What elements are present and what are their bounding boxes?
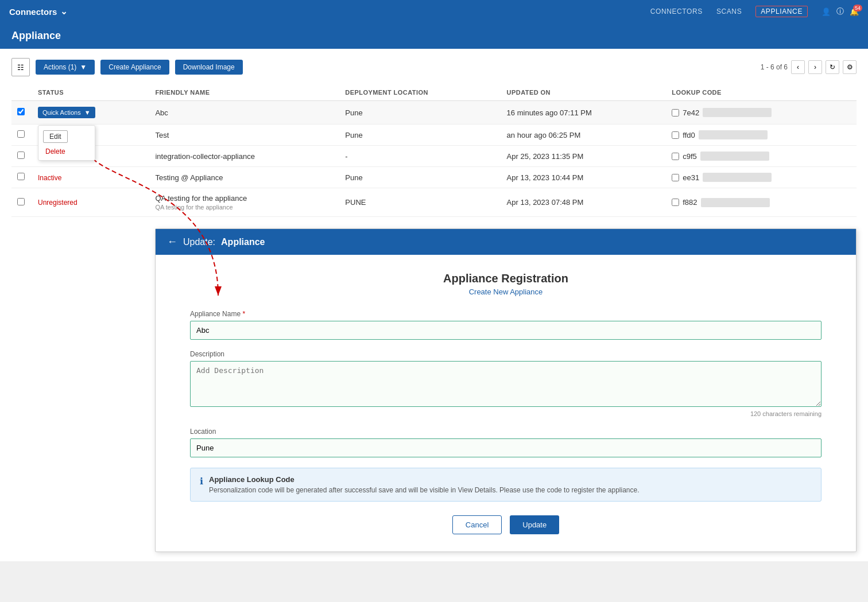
col-lookup: LOOKUP CODE bbox=[666, 84, 857, 101]
actions-button[interactable]: Actions (1) ▼ bbox=[36, 60, 95, 75]
download-label: Download Image bbox=[183, 63, 235, 71]
form-subtitle: Create New Appliance bbox=[190, 288, 822, 296]
header-prefix: Update: bbox=[183, 237, 215, 247]
name-label: Appliance Name * bbox=[190, 310, 822, 318]
quick-actions-dropdown: Edit Delete bbox=[38, 125, 95, 161]
lookup-check-3[interactable] bbox=[672, 153, 679, 160]
content-area: ☷ Actions (1) ▼ Create Appliance Downloa… bbox=[0, 49, 868, 561]
toolbar: ☷ Actions (1) ▼ Create Appliance Downloa… bbox=[11, 58, 857, 76]
top-nav: Connectors ⌄ CONNECTORS SCANS APPLIANCE … bbox=[0, 0, 868, 23]
update-panel-body: Appliance Registration Create New Applia… bbox=[156, 255, 856, 551]
info-box: ℹ Appliance Lookup Code Personalization … bbox=[190, 468, 822, 502]
info-title: Appliance Lookup Code bbox=[209, 475, 640, 484]
brand-chevron: ⌄ bbox=[60, 6, 68, 17]
location-label: Location bbox=[190, 428, 822, 436]
user-icon[interactable]: 👤 bbox=[822, 7, 831, 16]
deployment-2: Pune bbox=[339, 125, 501, 146]
refresh-button[interactable]: ↻ bbox=[826, 60, 839, 74]
nav-appliance[interactable]: APPLIANCE bbox=[755, 6, 808, 17]
row-checkbox-5[interactable] bbox=[17, 198, 25, 205]
brand: Connectors ⌄ bbox=[9, 6, 68, 17]
header-title: Appliance bbox=[221, 237, 265, 247]
friendly-name-5: QA testing for the appliance QA testing … bbox=[149, 188, 339, 217]
lookup-check-5[interactable] bbox=[672, 199, 679, 206]
table-row: Inactive Testing @ Appliance Pune Apr 13… bbox=[11, 167, 857, 188]
appliance-table: STATUS FRIENDLY NAME DEPLOYMENT LOCATION… bbox=[11, 84, 857, 217]
deployment-3: - bbox=[339, 146, 501, 167]
form-actions: Cancel Update bbox=[190, 515, 822, 534]
update-panel-header: ← Update: Appliance bbox=[156, 229, 856, 255]
quick-actions-label: Quick Actions bbox=[42, 109, 81, 116]
appliance-name-input[interactable] bbox=[190, 321, 822, 340]
lookup-2: ffd0 bbox=[666, 125, 857, 146]
update-button[interactable]: Update bbox=[510, 515, 559, 534]
description-group: Description 120 characters remaining bbox=[190, 350, 822, 417]
row-checkbox-4[interactable] bbox=[17, 173, 25, 180]
lookup-4: ee31 bbox=[666, 167, 857, 188]
page-header: Appliance bbox=[0, 23, 868, 49]
quick-actions-chevron: ▼ bbox=[84, 109, 91, 116]
row-checkbox-3[interactable] bbox=[17, 152, 25, 159]
table-row: Unregistered QA testing for the applianc… bbox=[11, 188, 857, 217]
status-inactive: Inactive bbox=[38, 174, 61, 182]
lookup-check-4[interactable] bbox=[672, 174, 679, 181]
updated-2: an hour ago 06:25 PM bbox=[501, 125, 666, 146]
friendly-name-4: Testing @ Appliance bbox=[149, 167, 339, 188]
deployment-5: PUNE bbox=[339, 188, 501, 217]
info-text: Personalization code will be generated a… bbox=[209, 486, 640, 494]
select-all-button[interactable]: ☷ bbox=[11, 58, 30, 76]
friendly-name-2: Test bbox=[149, 125, 339, 146]
settings-button[interactable]: ⚙ bbox=[843, 60, 857, 74]
col-checkbox bbox=[11, 84, 32, 101]
location-input[interactable] bbox=[190, 438, 822, 457]
update-panel: ← Update: Appliance Appliance Registrati… bbox=[155, 228, 857, 552]
download-image-button[interactable]: Download Image bbox=[175, 60, 243, 75]
friendly-name-3: integration-collector-appliance bbox=[149, 146, 339, 167]
pagination-next[interactable]: › bbox=[808, 60, 822, 74]
description-textarea[interactable] bbox=[190, 361, 822, 407]
nav-connectors[interactable]: CONNECTORS bbox=[650, 7, 703, 15]
pagination-prev[interactable]: ‹ bbox=[791, 60, 805, 74]
actions-label: Actions (1) bbox=[44, 63, 76, 71]
create-label: Create Appliance bbox=[108, 63, 161, 71]
updated-3: Apr 25, 2023 11:35 PM bbox=[501, 146, 666, 167]
actions-chevron: ▼ bbox=[80, 63, 87, 71]
lookup-3: c9f5 bbox=[666, 146, 857, 167]
pagination-info: 1 - 6 of 6 ‹ › ↻ ⚙ bbox=[761, 60, 857, 74]
pagination-text: 1 - 6 of 6 bbox=[761, 63, 788, 71]
char-remaining: 120 characters remaining bbox=[190, 410, 822, 417]
back-arrow-icon[interactable]: ← bbox=[167, 236, 177, 248]
brand-label: Connectors bbox=[9, 7, 57, 17]
delete-button[interactable]: Delete bbox=[38, 145, 95, 158]
row-checkbox-2[interactable] bbox=[17, 130, 25, 138]
lookup-5: f882 bbox=[666, 188, 857, 217]
lookup-check-2[interactable] bbox=[672, 131, 679, 139]
col-friendly-name: FRIENDLY NAME bbox=[149, 84, 339, 101]
help-icon[interactable]: ⓘ bbox=[836, 6, 844, 17]
deployment-1: Pune bbox=[339, 101, 501, 125]
info-icon: ℹ bbox=[200, 476, 203, 487]
table-row: Test Pune an hour ago 06:25 PM ffd0 bbox=[11, 125, 857, 146]
lookup-check-1[interactable] bbox=[672, 109, 679, 116]
updated-4: Apr 13, 2023 10:44 PM bbox=[501, 167, 666, 188]
notifications-icon[interactable]: 🔔 54 bbox=[850, 7, 859, 16]
cancel-button[interactable]: Cancel bbox=[452, 515, 502, 534]
top-nav-icons: 👤 ⓘ 🔔 54 bbox=[822, 6, 859, 17]
col-status: STATUS bbox=[32, 84, 149, 101]
col-deployment: DEPLOYMENT LOCATION bbox=[339, 84, 501, 101]
nav-links: CONNECTORS SCANS APPLIANCE bbox=[650, 6, 808, 17]
appliance-name-group: Appliance Name * bbox=[190, 310, 822, 340]
row-checkbox-1[interactable] bbox=[17, 108, 25, 115]
edit-button[interactable]: Edit bbox=[43, 130, 68, 143]
lookup-1: 7e42 bbox=[666, 101, 857, 125]
quick-actions-button[interactable]: Quick Actions ▼ bbox=[38, 107, 95, 118]
updated-5: Apr 13, 2023 07:48 PM bbox=[501, 188, 666, 217]
form-title: Appliance Registration bbox=[190, 272, 822, 285]
col-updated: UPDATED ON bbox=[501, 84, 666, 101]
location-group: Location bbox=[190, 428, 822, 457]
create-appliance-button[interactable]: Create Appliance bbox=[100, 60, 169, 75]
nav-scans[interactable]: SCANS bbox=[716, 7, 742, 15]
notification-badge: 54 bbox=[853, 5, 862, 11]
friendly-name-1: Abc bbox=[149, 101, 339, 125]
deployment-4: Pune bbox=[339, 167, 501, 188]
